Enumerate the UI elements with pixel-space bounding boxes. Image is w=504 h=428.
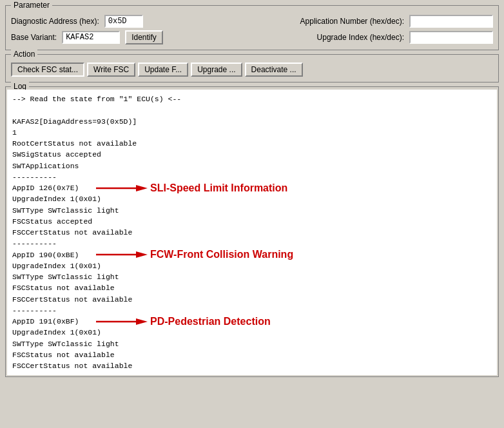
write-fsc-button[interactable]: Write FSC <box>87 63 135 77</box>
action-buttons-row: Check FSC stat... Write FSC Update F... … <box>11 63 493 77</box>
log-line: FSCStatus not available <box>12 282 492 293</box>
main-container: Parameter Diagnostic Address (hex): Appl… <box>5 5 499 377</box>
upgrade-button[interactable]: Upgrade ... <box>191 63 242 77</box>
log-line-appid-191: AppID 191(0xBF) PD-Pedestrian Detection <box>12 316 492 327</box>
log-line: SWTType SWTclassic light <box>12 338 492 349</box>
app-number-label: Application Number (hex/dec): <box>300 17 404 26</box>
parameter-title: Parameter <box>11 1 52 10</box>
upgrade-index-input[interactable] <box>409 31 493 44</box>
app-number-input[interactable] <box>409 15 493 28</box>
log-line: SWTApplications <box>12 160 492 171</box>
log-text-container: --> Read the state from "1" ECU(s) <-- K… <box>12 93 492 371</box>
sli-arrow-icon <box>96 182 148 195</box>
log-line: FSCCertStatus not available <box>12 227 492 238</box>
diag-address-input[interactable] <box>104 15 143 28</box>
fcw-annotation: FCW-Front Collision Warning <box>96 247 293 262</box>
check-fsc-button[interactable]: Check FSC stat... <box>11 63 84 77</box>
log-line: FSCStatus not available <box>12 349 492 360</box>
svg-marker-1 <box>136 185 148 191</box>
deactivate-button[interactable]: Deactivate ... <box>245 63 303 77</box>
pd-label: PD-Pedestrian Detection <box>150 314 271 329</box>
log-line <box>12 104 492 115</box>
upgrade-index-label: Upgrade Index (hex/dec): <box>317 33 404 42</box>
log-content: --> Read the state from "1" ECU(s) <-- K… <box>7 90 497 375</box>
svg-marker-5 <box>136 318 148 325</box>
log-line: FSCStatus accepted <box>12 216 492 227</box>
log-line: --> Read the state from "1" ECU(s) <-- <box>12 93 492 104</box>
param-row-1: Diagnostic Address (hex): Application Nu… <box>11 15 493 28</box>
action-title: Action <box>11 50 37 59</box>
sli-annotation: SLI-Speed Limit Information <box>96 180 287 196</box>
log-line-appid-190: AppID 190(0xBE) FCW-Front Collision Warn… <box>12 249 492 260</box>
log-line: SWSigStatus accepted <box>12 149 492 160</box>
log-line: SWTType SWTclassic light <box>12 271 492 282</box>
log-line: FSCCertStatus not available <box>12 360 492 371</box>
pd-annotation: PD-Pedestrian Detection <box>96 314 271 329</box>
log-line: SWTType SWTclassic light <box>12 205 492 216</box>
log-line: RootCertStatus not available <box>12 138 492 149</box>
base-variant-label: Base Variant: <box>11 33 57 42</box>
update-f-button[interactable]: Update F... <box>138 63 188 77</box>
identify-button[interactable]: Identify <box>125 30 163 44</box>
param-row-2: Base Variant: Identify Upgrade Index (he… <box>11 30 493 44</box>
log-line-appid-126: AppID 126(0x7E) SLI-Speed Limit Informat… <box>12 182 492 193</box>
base-variant-input[interactable] <box>62 31 120 44</box>
pd-arrow-icon <box>96 315 148 328</box>
log-line: FSCCertStatus not available <box>12 294 492 305</box>
log-panel: Log --> Read the state from "1" ECU(s) <… <box>5 86 499 377</box>
sli-label: SLI-Speed Limit Information <box>150 180 287 196</box>
diag-address-label: Diagnostic Address (hex): <box>11 17 99 26</box>
log-line: 1 <box>12 127 492 138</box>
log-line: KAFAS2[DiagAddress=93(0x5D)] <box>12 116 492 127</box>
fcw-arrow-icon <box>96 248 148 261</box>
parameter-panel: Parameter Diagnostic Address (hex): Appl… <box>5 5 499 50</box>
fcw-label: FCW-Front Collision Warning <box>150 247 293 262</box>
action-panel: Action Check FSC stat... Write FSC Updat… <box>5 54 499 83</box>
svg-marker-3 <box>136 251 148 258</box>
